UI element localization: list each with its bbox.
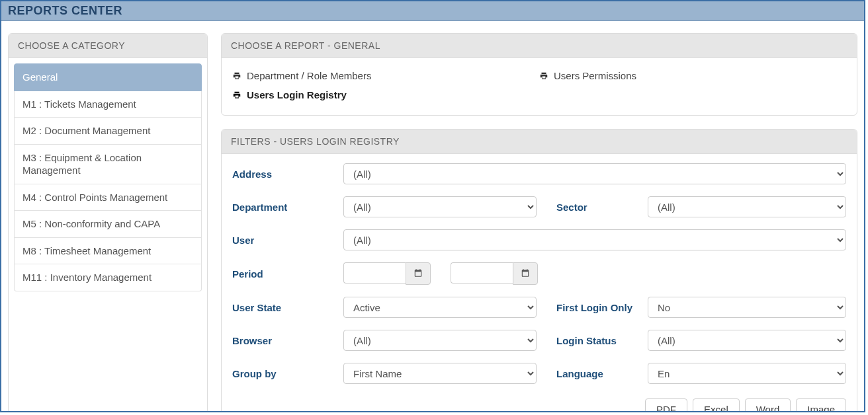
period-to-calendar-button[interactable] [513, 262, 538, 285]
calendar-icon [521, 268, 530, 280]
category-item-m3[interactable]: M3 : Equipment & Location Management [14, 145, 202, 184]
print-icon [232, 71, 241, 81]
login-status-label: Login Status [537, 335, 648, 346]
category-item-m5[interactable]: M5 : Non-conformity and CAPA [14, 211, 202, 238]
category-panel-header: CHOOSE A CATEGORY [9, 34, 207, 58]
period-from-calendar-button[interactable] [406, 262, 431, 285]
content-area: CHOOSE A CATEGORY General M1 : Tickets M… [1, 21, 864, 412]
group-by-label: Group by [232, 368, 343, 379]
export-word-button[interactable]: Word [745, 398, 791, 412]
titlebar: REPORTS CENTER [1, 1, 864, 21]
calendar-icon [413, 268, 423, 280]
group-by-select[interactable]: First Name [343, 363, 537, 384]
category-item-m1[interactable]: M1 : Tickets Management [14, 91, 202, 118]
period-to-input[interactable] [451, 262, 513, 283]
user-label: User [232, 235, 343, 246]
export-image-button[interactable]: Image [796, 398, 846, 412]
filter-row-groupby-language: Group by First Name Language En [232, 363, 846, 384]
filter-row-period: Period [232, 262, 846, 285]
language-select[interactable]: En [648, 363, 846, 384]
address-label: Address [232, 169, 343, 180]
browser-select[interactable]: (All) [343, 330, 537, 351]
period-label: Period [232, 268, 343, 280]
category-item-m2[interactable]: M2 : Document Management [14, 118, 202, 145]
report-link-label: Users Permissions [554, 70, 636, 81]
report-panel: CHOOSE A REPORT - GENERAL Department / R… [221, 33, 857, 116]
user-state-select[interactable]: Active [343, 297, 537, 318]
address-select[interactable]: (All) [343, 163, 846, 184]
category-item-m4[interactable]: M4 : Control Points Management [14, 184, 202, 211]
filter-row-user: User (All) [232, 229, 846, 250]
report-link-users-login-registry[interactable]: Users Login Registry [232, 85, 539, 104]
export-row: PDF Excel Word Image [232, 396, 846, 412]
report-link-users-permissions[interactable]: Users Permissions [539, 66, 846, 85]
browser-label: Browser [232, 335, 343, 346]
department-select[interactable]: (All) [343, 196, 537, 217]
filter-row-browser-loginstatus: Browser (All) Login Status (All) [232, 330, 846, 351]
report-link-label: Users Login Registry [247, 89, 347, 100]
print-icon [232, 91, 241, 100]
main-area: CHOOSE A REPORT - GENERAL Department / R… [221, 33, 857, 412]
report-link-dept-role-members[interactable]: Department / Role Members [232, 66, 539, 85]
export-pdf-button[interactable]: PDF [645, 398, 687, 412]
export-excel-button[interactable]: Excel [693, 398, 740, 412]
sector-select[interactable]: (All) [648, 196, 846, 217]
category-item-m11[interactable]: M11 : Inventory Management [14, 264, 202, 291]
sector-label: Sector [537, 202, 648, 213]
filter-row-userstate-firstlogin: User State Active First Login Only No [232, 297, 846, 318]
filter-row-department-sector: Department (All) Sector (All) [232, 196, 846, 217]
report-list: Department / Role Members Users Permissi… [222, 58, 857, 115]
report-link-label: Department / Role Members [247, 70, 371, 81]
page-title: REPORTS CENTER [8, 4, 122, 17]
user-select[interactable]: (All) [343, 229, 846, 250]
category-panel: CHOOSE A CATEGORY General M1 : Tickets M… [8, 33, 208, 412]
filters-panel: FILTERS - USERS LOGIN REGISTRY Address (… [221, 129, 857, 412]
filters-body: Address (All) Department (All) Sector (A… [222, 154, 857, 412]
filter-row-address: Address (All) [232, 163, 846, 184]
language-label: Language [537, 368, 648, 379]
login-status-select[interactable]: (All) [648, 330, 846, 351]
reports-center-window: REPORTS CENTER CHOOSE A CATEGORY General… [0, 0, 865, 412]
filters-panel-header: FILTERS - USERS LOGIN REGISTRY [222, 130, 857, 154]
period-from-input[interactable] [343, 262, 406, 283]
first-login-only-label: First Login Only [537, 302, 648, 313]
user-state-label: User State [232, 302, 343, 313]
period-from-group [343, 262, 431, 285]
category-item-m8[interactable]: M8 : Timesheet Management [14, 238, 202, 265]
category-item-general[interactable]: General [14, 63, 202, 91]
category-list: General M1 : Tickets Management M2 : Doc… [9, 58, 207, 298]
print-icon [539, 71, 548, 81]
report-panel-header: CHOOSE A REPORT - GENERAL [222, 34, 857, 58]
first-login-only-select[interactable]: No [648, 297, 846, 318]
period-to-group [451, 262, 538, 285]
department-label: Department [232, 202, 343, 213]
